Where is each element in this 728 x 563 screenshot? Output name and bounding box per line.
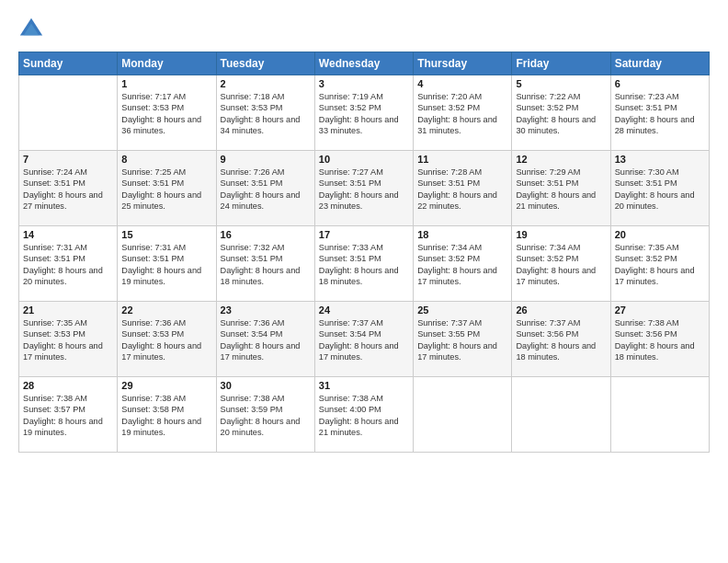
day-info: Sunrise: 7:18 AM Sunset: 3:53 PM Dayligh… [221, 91, 311, 137]
calendar-cell: 5Sunrise: 7:22 AM Sunset: 3:52 PM Daylig… [512, 75, 610, 151]
calendar-cell: 14Sunrise: 7:31 AM Sunset: 3:51 PM Dayli… [19, 226, 118, 302]
calendar-cell: 8Sunrise: 7:25 AM Sunset: 3:51 PM Daylig… [118, 151, 216, 226]
calendar-cell: 2Sunrise: 7:18 AM Sunset: 3:53 PM Daylig… [216, 75, 314, 151]
day-number: 25 [417, 304, 507, 316]
day-info: Sunrise: 7:38 AM Sunset: 3:58 PM Dayligh… [121, 393, 211, 439]
day-number: 3 [319, 78, 409, 89]
day-number: 13 [615, 154, 705, 165]
calendar-cell: 24Sunrise: 7:37 AM Sunset: 3:54 PM Dayli… [314, 302, 413, 377]
day-info: Sunrise: 7:38 AM Sunset: 3:59 PM Dayligh… [221, 393, 311, 439]
day-number: 2 [221, 78, 311, 89]
calendar-cell: 31Sunrise: 7:38 AM Sunset: 4:00 PM Dayli… [314, 377, 413, 453]
calendar-cell: 10Sunrise: 7:27 AM Sunset: 3:51 PM Dayli… [314, 151, 413, 226]
calendar-week-row: 1Sunrise: 7:17 AM Sunset: 3:53 PM Daylig… [19, 75, 710, 151]
day-info: Sunrise: 7:35 AM Sunset: 3:52 PM Dayligh… [615, 242, 705, 288]
day-info: Sunrise: 7:37 AM Sunset: 3:56 PM Dayligh… [516, 317, 606, 363]
day-info: Sunrise: 7:31 AM Sunset: 3:51 PM Dayligh… [23, 242, 113, 288]
day-info: Sunrise: 7:29 AM Sunset: 3:51 PM Dayligh… [516, 167, 606, 213]
day-info: Sunrise: 7:37 AM Sunset: 3:54 PM Dayligh… [319, 317, 409, 363]
day-info: Sunrise: 7:19 AM Sunset: 3:52 PM Dayligh… [319, 91, 409, 137]
calendar-cell [414, 377, 512, 453]
day-number: 30 [221, 380, 311, 391]
weekday-header-row: SundayMondayTuesdayWednesdayThursdayFrid… [19, 52, 710, 75]
day-number: 14 [23, 229, 113, 240]
day-number: 15 [121, 229, 211, 240]
day-info: Sunrise: 7:17 AM Sunset: 3:53 PM Dayligh… [121, 91, 211, 137]
day-info: Sunrise: 7:20 AM Sunset: 3:52 PM Dayligh… [417, 91, 507, 137]
day-number: 16 [221, 229, 311, 240]
weekday-header-monday: Monday [118, 52, 216, 75]
day-info: Sunrise: 7:38 AM Sunset: 4:00 PM Dayligh… [319, 393, 409, 439]
day-number: 31 [319, 380, 409, 391]
day-info: Sunrise: 7:30 AM Sunset: 3:51 PM Dayligh… [615, 167, 705, 213]
weekday-header-thursday: Thursday [414, 52, 512, 75]
calendar-cell: 7Sunrise: 7:24 AM Sunset: 3:51 PM Daylig… [19, 151, 118, 226]
calendar-cell: 20Sunrise: 7:35 AM Sunset: 3:52 PM Dayli… [610, 226, 709, 302]
calendar-cell: 28Sunrise: 7:38 AM Sunset: 3:57 PM Dayli… [19, 377, 118, 453]
day-info: Sunrise: 7:38 AM Sunset: 3:56 PM Dayligh… [615, 317, 705, 363]
day-number: 19 [516, 229, 606, 240]
day-info: Sunrise: 7:25 AM Sunset: 3:51 PM Dayligh… [121, 167, 211, 213]
logo [18, 17, 48, 42]
weekday-header-saturday: Saturday [610, 52, 709, 75]
weekday-header-tuesday: Tuesday [216, 52, 314, 75]
calendar-cell: 19Sunrise: 7:34 AM Sunset: 3:52 PM Dayli… [512, 226, 610, 302]
calendar-cell: 16Sunrise: 7:32 AM Sunset: 3:51 PM Dayli… [216, 226, 314, 302]
header [18, 17, 710, 42]
day-info: Sunrise: 7:28 AM Sunset: 3:51 PM Dayligh… [417, 167, 507, 213]
calendar-cell: 22Sunrise: 7:36 AM Sunset: 3:53 PM Dayli… [118, 302, 216, 377]
calendar-cell: 27Sunrise: 7:38 AM Sunset: 3:56 PM Dayli… [610, 302, 709, 377]
day-info: Sunrise: 7:35 AM Sunset: 3:53 PM Dayligh… [23, 317, 113, 363]
calendar-cell: 23Sunrise: 7:36 AM Sunset: 3:54 PM Dayli… [216, 302, 314, 377]
day-number: 22 [121, 304, 211, 316]
day-info: Sunrise: 7:22 AM Sunset: 3:52 PM Dayligh… [516, 91, 606, 137]
day-number: 18 [417, 229, 507, 240]
day-number: 26 [516, 304, 606, 316]
day-info: Sunrise: 7:24 AM Sunset: 3:51 PM Dayligh… [23, 167, 113, 213]
calendar-cell: 18Sunrise: 7:34 AM Sunset: 3:52 PM Dayli… [414, 226, 512, 302]
weekday-header-sunday: Sunday [19, 52, 118, 75]
day-number: 5 [516, 78, 606, 89]
day-number: 1 [121, 78, 211, 89]
day-number: 6 [615, 78, 705, 89]
day-info: Sunrise: 7:32 AM Sunset: 3:51 PM Dayligh… [221, 242, 311, 288]
day-info: Sunrise: 7:26 AM Sunset: 3:51 PM Dayligh… [221, 167, 311, 213]
calendar-table: SundayMondayTuesdayWednesdayThursdayFrid… [18, 52, 710, 453]
calendar-week-row: 28Sunrise: 7:38 AM Sunset: 3:57 PM Dayli… [19, 377, 710, 453]
day-number: 12 [516, 154, 606, 165]
day-info: Sunrise: 7:23 AM Sunset: 3:51 PM Dayligh… [615, 91, 705, 137]
weekday-header-friday: Friday [512, 52, 610, 75]
page: SundayMondayTuesdayWednesdayThursdayFrid… [0, 0, 728, 563]
day-info: Sunrise: 7:36 AM Sunset: 3:53 PM Dayligh… [121, 317, 211, 363]
calendar-cell: 30Sunrise: 7:38 AM Sunset: 3:59 PM Dayli… [216, 377, 314, 453]
calendar-cell: 12Sunrise: 7:29 AM Sunset: 3:51 PM Dayli… [512, 151, 610, 226]
calendar-cell [610, 377, 709, 453]
weekday-header-wednesday: Wednesday [314, 52, 413, 75]
day-number: 17 [319, 229, 409, 240]
day-number: 27 [615, 304, 705, 316]
calendar-cell: 9Sunrise: 7:26 AM Sunset: 3:51 PM Daylig… [216, 151, 314, 226]
day-number: 9 [221, 154, 311, 165]
calendar-cell: 3Sunrise: 7:19 AM Sunset: 3:52 PM Daylig… [314, 75, 413, 151]
calendar-cell [512, 377, 610, 453]
calendar-cell: 1Sunrise: 7:17 AM Sunset: 3:53 PM Daylig… [118, 75, 216, 151]
day-info: Sunrise: 7:31 AM Sunset: 3:51 PM Dayligh… [121, 242, 211, 288]
day-number: 20 [615, 229, 705, 240]
day-info: Sunrise: 7:34 AM Sunset: 3:52 PM Dayligh… [516, 242, 606, 288]
day-number: 4 [417, 78, 507, 89]
calendar-cell: 4Sunrise: 7:20 AM Sunset: 3:52 PM Daylig… [414, 75, 512, 151]
calendar-cell: 17Sunrise: 7:33 AM Sunset: 3:51 PM Dayli… [314, 226, 413, 302]
calendar-cell: 6Sunrise: 7:23 AM Sunset: 3:51 PM Daylig… [610, 75, 709, 151]
day-number: 7 [23, 154, 113, 165]
day-number: 28 [23, 380, 113, 391]
day-info: Sunrise: 7:38 AM Sunset: 3:57 PM Dayligh… [23, 393, 113, 439]
day-number: 8 [121, 154, 211, 165]
day-info: Sunrise: 7:34 AM Sunset: 3:52 PM Dayligh… [417, 242, 507, 288]
calendar-cell: 29Sunrise: 7:38 AM Sunset: 3:58 PM Dayli… [118, 377, 216, 453]
calendar-cell: 25Sunrise: 7:37 AM Sunset: 3:55 PM Dayli… [414, 302, 512, 377]
day-number: 29 [121, 380, 211, 391]
day-number: 23 [221, 304, 311, 316]
day-info: Sunrise: 7:27 AM Sunset: 3:51 PM Dayligh… [319, 167, 409, 213]
calendar-cell: 21Sunrise: 7:35 AM Sunset: 3:53 PM Dayli… [19, 302, 118, 377]
day-number: 24 [319, 304, 409, 316]
